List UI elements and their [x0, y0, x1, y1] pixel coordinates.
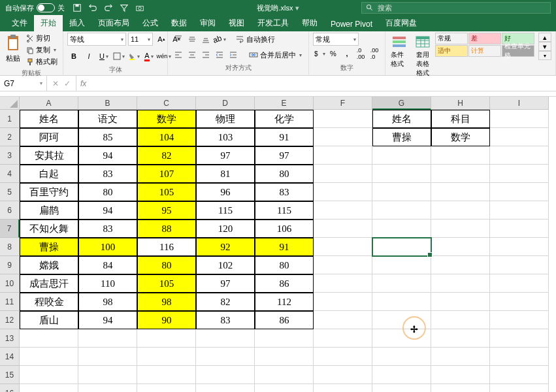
cell-D8[interactable]: 92 — [196, 238, 255, 256]
cell-B6[interactable]: 94 — [78, 201, 137, 220]
cell-C14[interactable] — [137, 348, 196, 366]
cell-I5[interactable] — [490, 183, 549, 201]
orientation-button[interactable]: ab▾ — [213, 33, 226, 46]
ribbon-tab-6[interactable]: 审阅 — [193, 15, 222, 31]
cell-G8[interactable] — [372, 238, 431, 256]
cell-styles-gallery[interactable]: 常规 差 好 适中 计算 检查单元格 — [435, 33, 534, 57]
cell-B12[interactable]: 94 — [78, 311, 137, 329]
cell-G15[interactable] — [372, 366, 431, 384]
ribbon-tab-2[interactable]: 插入 — [63, 15, 91, 31]
column-header-F[interactable]: F — [314, 97, 372, 110]
row-header-14[interactable]: 14 — [0, 348, 20, 366]
style-neutral[interactable]: 适中 — [435, 45, 468, 57]
cell-F14[interactable] — [314, 348, 372, 366]
cell-H6[interactable] — [431, 201, 490, 220]
cell-C10[interactable]: 105 — [137, 274, 196, 293]
row-header-8[interactable]: 8 — [0, 238, 20, 256]
cell-G13[interactable] — [372, 329, 431, 348]
cut-button[interactable]: 剪切 — [25, 33, 59, 44]
column-header-C[interactable]: C — [137, 97, 196, 110]
cell-F1[interactable] — [314, 110, 372, 128]
cell-I13[interactable] — [490, 329, 549, 348]
cell-B9[interactable]: 84 — [78, 256, 137, 274]
row-header-16[interactable]: 16 — [0, 384, 20, 392]
border-button[interactable]: ▾ — [112, 50, 125, 63]
cell-G5[interactable] — [372, 183, 431, 201]
increase-font-button[interactable]: A▴ — [155, 33, 168, 46]
cell-B4[interactable]: 83 — [78, 165, 137, 183]
cell-D2[interactable]: 103 — [196, 128, 255, 146]
select-all-corner[interactable] — [0, 97, 20, 110]
cell-E15[interactable] — [255, 366, 314, 384]
cell-E5[interactable]: 83 — [255, 183, 314, 201]
autosave-toggle[interactable]: 自动保存 关 — [0, 3, 65, 13]
comma-button[interactable]: , — [340, 47, 353, 60]
cell-D9[interactable]: 102 — [196, 256, 255, 274]
copy-button[interactable]: 复制▾ — [25, 44, 59, 56]
align-middle-button[interactable] — [186, 33, 199, 46]
cell-I8[interactable] — [490, 238, 549, 256]
cell-H13[interactable] — [431, 329, 490, 348]
fill-color-button[interactable]: ▾ — [127, 50, 140, 63]
cell-A14[interactable] — [20, 348, 78, 366]
number-format-combo[interactable]: 常规▾ — [313, 33, 359, 46]
cell-B8[interactable]: 100 — [78, 238, 137, 256]
cell-D4[interactable]: 81 — [196, 165, 255, 183]
cell-I7[interactable] — [490, 220, 549, 238]
ribbon-tab-11[interactable]: 百度网盘 — [379, 15, 423, 31]
redo-icon[interactable] — [104, 3, 113, 12]
cell-G9[interactable] — [372, 256, 431, 274]
cell-C3[interactable]: 82 — [137, 146, 196, 165]
cell-B7[interactable]: 83 — [78, 220, 137, 238]
increase-decimal-button[interactable]: .0.00 — [354, 47, 367, 60]
cell-E10[interactable]: 86 — [255, 274, 314, 293]
cell-H15[interactable] — [431, 366, 490, 384]
ribbon-tab-7[interactable]: 视图 — [222, 15, 251, 31]
cell-D16[interactable] — [196, 384, 255, 392]
cell-G3[interactable] — [372, 146, 431, 165]
cell-D12[interactable]: 83 — [196, 311, 255, 329]
cell-A6[interactable]: 扁鹊 — [20, 201, 78, 220]
cell-F10[interactable] — [314, 274, 372, 293]
cell-F7[interactable] — [314, 220, 372, 238]
decrease-decimal-button[interactable]: .00.0 — [368, 47, 381, 60]
cell-I16[interactable] — [490, 384, 549, 392]
cell-G14[interactable] — [372, 348, 431, 366]
row-header-2[interactable]: 2 — [0, 128, 20, 146]
cell-H8[interactable] — [431, 238, 490, 256]
cell-C6[interactable]: 95 — [137, 201, 196, 220]
cell-H7[interactable] — [431, 220, 490, 238]
conditional-formatting-button[interactable]: 条件格式 — [389, 33, 409, 79]
cell-C11[interactable]: 98 — [137, 293, 196, 311]
cell-G7[interactable] — [372, 220, 431, 238]
column-header-B[interactable]: B — [78, 97, 137, 110]
formula-input[interactable] — [90, 78, 556, 90]
cell-H12[interactable] — [431, 311, 490, 329]
align-center-button[interactable] — [186, 48, 199, 61]
cell-D3[interactable]: 97 — [196, 146, 255, 165]
cell-B2[interactable]: 85 — [78, 128, 137, 146]
row-header-5[interactable]: 5 — [0, 183, 20, 201]
row-header-1[interactable]: 1 — [0, 110, 20, 128]
style-check-cell[interactable]: 检查单元格 — [502, 45, 534, 57]
row-header-12[interactable]: 12 — [0, 311, 20, 329]
row-header-13[interactable]: 13 — [0, 329, 20, 348]
cell-E6[interactable]: 115 — [255, 201, 314, 220]
filter-icon[interactable] — [120, 3, 129, 12]
cell-A8[interactable]: 曹操 — [20, 238, 78, 256]
cell-A16[interactable] — [20, 384, 78, 392]
cell-F5[interactable] — [314, 183, 372, 201]
cell-I12[interactable] — [490, 311, 549, 329]
ribbon-tab-9[interactable]: 帮助 — [295, 15, 324, 31]
font-name-combo[interactable]: 等线▾ — [67, 33, 126, 46]
cell-H14[interactable] — [431, 348, 490, 366]
toggle-switch[interactable] — [37, 3, 55, 12]
column-header-E[interactable]: E — [255, 97, 314, 110]
italic-button[interactable]: I — [82, 50, 95, 63]
cell-E12[interactable]: 86 — [255, 311, 314, 329]
cell-H11[interactable] — [431, 293, 490, 311]
align-bottom-button[interactable] — [199, 33, 212, 46]
undo-icon[interactable] — [88, 3, 97, 12]
cell-C15[interactable] — [137, 366, 196, 384]
cell-E3[interactable]: 97 — [255, 146, 314, 165]
